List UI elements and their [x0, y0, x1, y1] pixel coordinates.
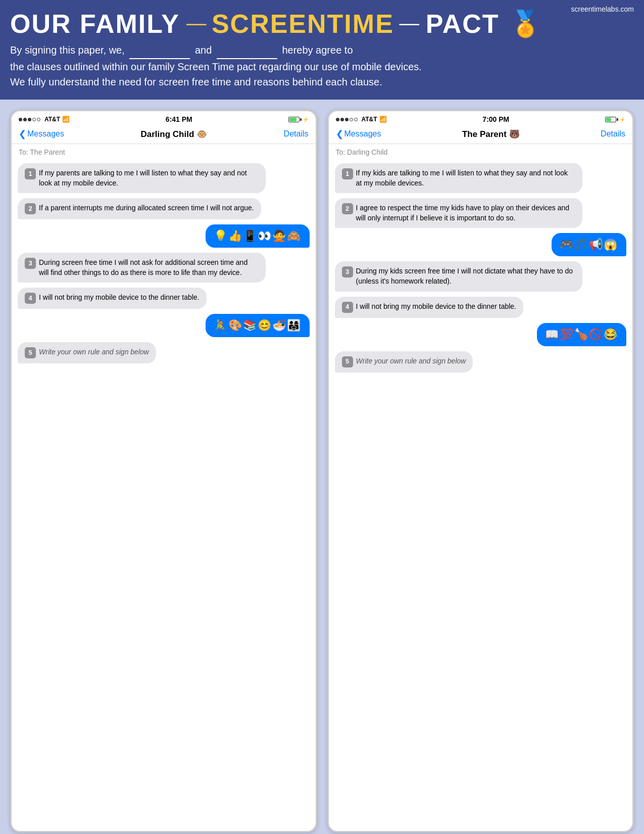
child-msg2-text: If a parent interrupts me during allocat…: [39, 203, 254, 213]
subtitle-line1: By signing this paper, we, and hereby ag…: [10, 42, 629, 59]
parent-detail-button[interactable]: Details: [601, 129, 625, 138]
num-badge-4: 4: [25, 293, 36, 304]
wifi-icon: 📶: [62, 116, 70, 123]
child-message-2: 2 If a parent interrupts me during alloc…: [18, 198, 261, 219]
child-message-5: 5 Write your own rule and sign below: [18, 342, 156, 363]
header-subtitle: By signing this paper, we, and hereby ag…: [10, 42, 629, 89]
p-dot5: [354, 118, 358, 121]
p-dot4: [350, 118, 353, 121]
child-message-3: 3 During screen free time I will not ask…: [18, 253, 266, 283]
parent-back-button[interactable]: ❮ Messages: [336, 128, 381, 140]
child-time: 6:41 PM: [166, 115, 192, 123]
p-num-badge-2: 2: [342, 203, 353, 214]
parent-chevron-left-icon: ❮: [336, 128, 343, 140]
num-badge-1: 1: [25, 168, 36, 179]
parent-message-5: 5 Write your own rule and sign below: [335, 351, 473, 373]
parent-battery: [605, 117, 616, 122]
parent-message-1: 1 If my kids are talking to me I will li…: [335, 163, 583, 193]
battery-fill: [289, 118, 296, 121]
child-msg5-text: Write your own rule and sign below: [39, 347, 149, 357]
p-num-badge-4: 4: [342, 302, 353, 313]
signal-dots: [19, 118, 40, 121]
child-status-bar: AT&T 📶 6:41 PM ⚡: [12, 111, 316, 125]
p-dot2: [340, 118, 344, 121]
title-part2: SCREENTIME: [212, 11, 394, 37]
parent-status-left: AT&T 📶: [336, 116, 387, 123]
child-status-right: ⚡: [288, 117, 309, 122]
dot2: [23, 118, 27, 121]
website-label: screentimelabs.com: [571, 5, 634, 13]
child-messages-area: 1 If my parents are talking to me I will…: [12, 158, 316, 831]
parent-message-2: 2 I agree to respect the time my kids ha…: [335, 198, 583, 228]
hook-icon-left: ⸻: [185, 12, 207, 36]
p-dot3: [345, 118, 349, 121]
child-detail-button[interactable]: Details: [284, 129, 309, 138]
main-content: AT&T 📶 6:41 PM ⚡ ❮ Messages Darling Chil…: [0, 100, 644, 834]
parent-back-label: Messages: [344, 129, 381, 138]
parent-emoji-2: 📖💯🍗🚫😂: [537, 323, 626, 346]
medal-icon: 🏅: [510, 9, 541, 38]
parent-nav-bar: ❮ Messages The Parent 🐻 Details: [329, 125, 633, 144]
dot4: [32, 118, 36, 121]
title-part1: OUR FAMILY: [10, 11, 180, 37]
child-emoji-1: 💡👍📱👀🙅🙈: [206, 224, 310, 248]
child-back-button[interactable]: ❮ Messages: [19, 128, 64, 140]
parent-charging-bolt: ⚡: [619, 117, 625, 122]
parent-message-3: 3 During my kids screen free time I will…: [335, 261, 583, 291]
parent-carrier: AT&T: [362, 116, 377, 123]
parent-to-line: To: Darling Child: [329, 144, 633, 158]
child-status-left: AT&T 📶: [19, 116, 70, 123]
subtitle-line2: the clauses outlined within our family S…: [10, 59, 629, 74]
parent-message-4: 4 I will not bring my mobile device to t…: [335, 297, 524, 318]
parent-msg2-text: I agree to respect the time my kids have…: [356, 203, 576, 223]
parent-emoji-1: 🎮🎵📢😱: [552, 233, 626, 256]
parent-phone: AT&T 📶 7:00 PM ⚡ ❮ Messages The Parent 🐻…: [327, 110, 634, 832]
chevron-left-icon: ❮: [19, 128, 26, 140]
p-num-badge-3: 3: [342, 266, 353, 277]
title-container: OUR FAMILY ⸻ SCREENTIME ⸻ PACT 🏅: [10, 9, 629, 38]
num-badge-5: 5: [25, 347, 36, 358]
dot3: [28, 118, 31, 121]
battery-tip: [300, 118, 302, 121]
parent-nav-title: The Parent 🐻: [462, 129, 520, 140]
parent-signal-dots: [336, 118, 358, 121]
child-nav-title: Darling Child 🐵: [141, 129, 208, 140]
child-message-1: 1 If my parents are talking to me I will…: [18, 163, 266, 193]
title-part3: PACT: [426, 11, 500, 37]
p-num-badge-5: 5: [342, 356, 353, 367]
dot5: [37, 118, 40, 121]
parent-time: 7:00 PM: [482, 115, 509, 123]
child-back-label: Messages: [27, 129, 64, 138]
child-message-4: 4 I will not bring my mobile device to t…: [18, 288, 207, 309]
child-carrier: AT&T: [44, 116, 60, 123]
p-dot1: [336, 118, 339, 121]
child-battery: [288, 117, 300, 122]
parent-msg3-text: During my kids screen free time I will n…: [356, 266, 576, 286]
child-msg4-text: I will not bring my mobile device to the…: [39, 293, 200, 303]
parent-battery-tip: [617, 118, 618, 121]
parent-messages-area: 1 If my kids are talking to me I will li…: [329, 158, 633, 831]
parent-status-right: ⚡: [605, 117, 625, 122]
p-num-badge-1: 1: [342, 168, 353, 179]
subtitle-line3: We fully understand the need for screen …: [10, 74, 629, 89]
parent-battery-fill: [606, 118, 611, 121]
parent-wifi-icon: 📶: [379, 116, 387, 123]
parent-msg5-text: Write your own rule and sign below: [356, 356, 466, 366]
parent-msg1-text: If my kids are talking to me I will list…: [356, 168, 576, 188]
num-badge-3: 3: [25, 258, 36, 269]
child-emoji-2: 🚴🎨📚😊🍜👨‍👩‍👧: [206, 314, 310, 337]
parent-msg4-text: I will not bring my mobile device to the…: [356, 302, 517, 312]
child-nav-bar: ❮ Messages Darling Child 🐵 Details: [12, 125, 316, 144]
num-badge-2: 2: [25, 203, 36, 214]
child-phone: AT&T 📶 6:41 PM ⚡ ❮ Messages Darling Chil…: [10, 110, 317, 832]
hook-icon-right: ⸻: [399, 12, 421, 36]
parent-status-bar: AT&T 📶 7:00 PM ⚡: [329, 111, 633, 125]
child-to-line: To: The Parent: [12, 144, 316, 158]
charging-bolt: ⚡: [303, 117, 309, 122]
dot1: [19, 118, 22, 121]
header: screentimelabs.com OUR FAMILY ⸻ SCREENTI…: [0, 0, 644, 100]
child-msg3-text: During screen free time I will not ask f…: [39, 258, 259, 277]
child-msg1-text: If my parents are talking to me I will l…: [39, 168, 259, 188]
